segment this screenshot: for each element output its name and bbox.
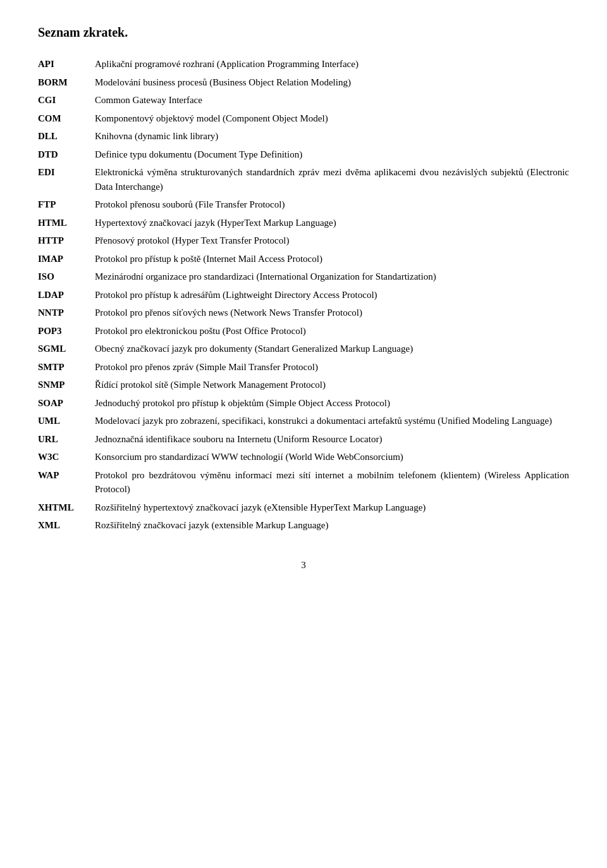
definition-text: Aplikační programové rozhraní (Applicati… [95, 55, 569, 73]
abbreviation-label: HTML [38, 214, 95, 232]
abbreviation-label: SGML [38, 340, 95, 358]
list-item: EDIElektronická výměna strukturovaných s… [38, 163, 569, 195]
list-item: FTPProtokol přenosu souborů (File Transf… [38, 195, 569, 214]
list-item: WAPProtokol pro bezdrátovou výměnu infor… [38, 466, 569, 499]
abbreviation-label: FTP [38, 195, 95, 214]
abbreviation-label: BORM [38, 73, 95, 92]
definition-text: Common Gateway Interface [95, 91, 569, 109]
definition-text: Protokol pro přenos síťových news (Netwo… [95, 304, 569, 322]
definition-text: Protokol pro elektronickou poštu (Post O… [95, 322, 569, 340]
list-item: ISOMezinárodní organizace pro standardiz… [38, 268, 569, 286]
definition-text: Protokol pro přístup k poště (Internet M… [95, 250, 569, 268]
list-item: SOAPJednoduchý protokol pro přístup k ob… [38, 394, 569, 412]
list-item: DLLKnihovna (dynamic link library) [38, 127, 569, 146]
definition-text: Rozšiřitelný hypertextový značkovací jaz… [95, 499, 569, 517]
abbreviation-label: COM [38, 109, 95, 128]
definition-text: Protokol přenosu souborů (File Transfer … [95, 195, 569, 214]
abbreviation-label: URL [38, 430, 95, 449]
list-item: W3CKonsorcium pro standardizací WWW tech… [38, 448, 569, 466]
list-item: SGMLObecný značkovací jazyk pro dokument… [38, 340, 569, 358]
abbreviation-label: LDAP [38, 286, 95, 304]
abbreviation-label: SOAP [38, 394, 95, 412]
definition-text: Konsorcium pro standardizací WWW technol… [95, 448, 569, 466]
definition-text: Hypertextový značkovací jazyk (HyperText… [95, 214, 569, 232]
list-item: SNMPŘídící protokol sítě (Simple Network… [38, 376, 569, 394]
definition-text: Komponentový objektový model (Component … [95, 109, 569, 128]
list-item: APIAplikační programové rozhraní (Applic… [38, 55, 569, 73]
definition-text: Jednoznačná identifikace souboru na Inte… [95, 430, 569, 449]
definition-text: Modelovací jazyk pro zobrazení, specifik… [95, 412, 569, 430]
list-item: NNTPProtokol pro přenos síťových news (N… [38, 304, 569, 322]
definition-text: Protokol pro bezdrátovou výměnu informac… [95, 466, 569, 499]
list-item: COMKomponentový objektový model (Compone… [38, 109, 569, 128]
abbreviation-label: EDI [38, 163, 95, 195]
definition-text: Elektronická výměna strukturovaných stan… [95, 163, 569, 195]
abbreviation-label: HTTP [38, 232, 95, 250]
abbreviation-label: DLL [38, 127, 95, 146]
definition-text: Řídící protokol sítě (Simple Network Man… [95, 376, 569, 394]
definition-text: Jednoduchý protokol pro přístup k objekt… [95, 394, 569, 412]
list-item: URLJednoznačná identifikace souboru na I… [38, 430, 569, 449]
abbreviation-label: XHTML [38, 499, 95, 517]
abbreviation-label: POP3 [38, 322, 95, 340]
list-item: CGICommon Gateway Interface [38, 91, 569, 109]
list-item: IMAPProtokol pro přístup k poště (Intern… [38, 250, 569, 268]
definition-text: Mezinárodní organizace pro standardizaci… [95, 268, 569, 286]
list-item: HTTPPřenosový protokol (Hyper Text Trans… [38, 232, 569, 250]
list-item: SMTPProtokol pro přenos zpráv (Simple Ma… [38, 358, 569, 376]
definition-text: Modelování business procesů (Business Ob… [95, 73, 569, 92]
definition-text: Rozšiřitelný značkovací jazyk (extensibl… [95, 516, 569, 535]
abbreviation-label: W3C [38, 448, 95, 466]
list-item: BORMModelování business procesů (Busines… [38, 73, 569, 92]
abbreviation-label: SMTP [38, 358, 95, 376]
list-item: HTMLHypertextový značkovací jazyk (Hyper… [38, 214, 569, 232]
definition-text: Knihovna (dynamic link library) [95, 127, 569, 146]
list-item: POP3Protokol pro elektronickou poštu (Po… [38, 322, 569, 340]
abbreviation-label: IMAP [38, 250, 95, 268]
definition-text: Definice typu dokumentu (Document Type D… [95, 146, 569, 164]
abbreviation-label: WAP [38, 466, 95, 499]
abbreviation-label: UML [38, 412, 95, 430]
abbreviation-label: DTD [38, 146, 95, 164]
definition-text: Přenosový protokol (Hyper Text Transfer … [95, 232, 569, 250]
abbreviation-label: NNTP [38, 304, 95, 322]
list-item: XHTMLRozšiřitelný hypertextový značkovac… [38, 499, 569, 517]
list-item: LDAPProtokol pro přístup k adresářům (Li… [38, 286, 569, 304]
abbreviation-label: CGI [38, 91, 95, 109]
list-item: XMLRozšiřitelný značkovací jazyk (extens… [38, 516, 569, 535]
list-item: DTDDefinice typu dokumentu (Document Typ… [38, 146, 569, 164]
definition-text: Obecný značkovací jazyk pro dokumenty (S… [95, 340, 569, 358]
page-number: 3 [38, 560, 569, 571]
page-title: Seznam zkratek. [38, 25, 569, 40]
abbreviation-label: XML [38, 516, 95, 535]
definition-text: Protokol pro přenos zpráv (Simple Mail T… [95, 358, 569, 376]
abbreviations-table: APIAplikační programové rozhraní (Applic… [38, 55, 569, 535]
abbreviation-label: SNMP [38, 376, 95, 394]
abbreviation-label: API [38, 55, 95, 73]
definition-text: Protokol pro přístup k adresářům (Lightw… [95, 286, 569, 304]
abbreviation-label: ISO [38, 268, 95, 286]
list-item: UMLModelovací jazyk pro zobrazení, speci… [38, 412, 569, 430]
